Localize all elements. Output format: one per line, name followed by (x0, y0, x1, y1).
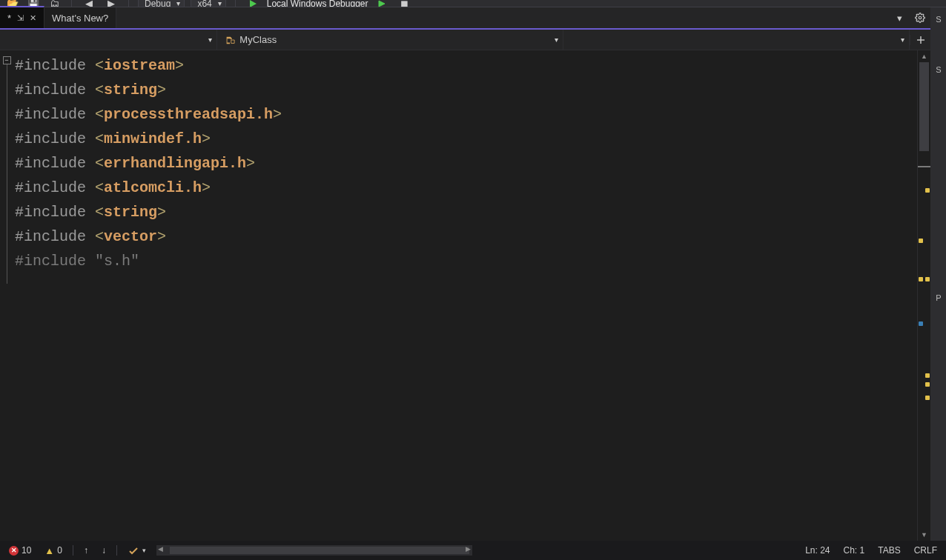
tabs-overflow-icon[interactable]: ▾ (889, 7, 910, 28)
stop-icon[interactable]: ◼ (396, 0, 412, 7)
warning-count[interactable]: ▲ 0 (42, 545, 65, 556)
start-nodebug-icon[interactable] (374, 0, 390, 7)
nav-down-icon[interactable]: ↓ (99, 545, 109, 556)
edit-mark (925, 188, 930, 193)
code-editor[interactable]: − #include <iostream> #include <string> … (0, 50, 930, 541)
tab-active-file[interactable]: * ⇲ ✕ (0, 6, 44, 28)
scroll-thumb[interactable] (919, 62, 929, 151)
warning-icon: ▲ (44, 545, 54, 556)
edit-mark (925, 382, 930, 387)
edit-mark (919, 239, 923, 243)
tool-tab-3[interactable]: P (936, 293, 941, 302)
indent-indicator[interactable]: TABS (875, 545, 903, 556)
svg-point-0 (919, 16, 922, 19)
eol-indicator[interactable]: CRLF (911, 545, 940, 556)
outline-gutter[interactable]: − (0, 50, 13, 541)
main-toolbar: 📂 💾 🗂 ◀ ▶ Debug x64 Local Windows Debugg… (0, 0, 946, 7)
error-icon: ✕ (9, 546, 19, 556)
caret-marker (918, 166, 930, 167)
error-count[interactable]: ✕ 10 (6, 545, 34, 556)
edit-mark (919, 277, 923, 281)
scroll-down-icon[interactable]: ▼ (918, 529, 930, 541)
build-config-combo[interactable]: Debug (138, 0, 185, 7)
nav-up-icon[interactable]: ↑ (81, 545, 91, 556)
navigation-bar: MyClass (0, 30, 930, 50)
right-tool-strip: S S P (931, 7, 946, 541)
class-icon (225, 35, 235, 45)
document-tabs: * ⇲ ✕ What's New? ▾ (0, 7, 930, 30)
platform-combo[interactable]: x64 (191, 0, 225, 7)
tab-whats-new[interactable]: What's New? (44, 7, 116, 28)
tabs-settings-icon[interactable] (910, 7, 930, 28)
status-bar: ✕ 10 ▲ 0 ↑ ↓ ▾ ◀ ▶ Ln: 24 Ch: 1 TABS CRL… (0, 541, 946, 560)
tool-tab-1[interactable]: S (936, 15, 941, 24)
tool-tab-2[interactable]: S (936, 65, 941, 74)
edit-mark (925, 373, 930, 378)
tab-title: * (7, 13, 11, 24)
line-indicator[interactable]: Ln: 24 (802, 545, 833, 556)
tab-title: What's New? (52, 13, 108, 24)
horizontal-scrollbar[interactable]: ◀ ▶ (156, 545, 472, 556)
edit-mark (925, 396, 930, 400)
code-text[interactable]: #include <iostream> #include <string> #i… (13, 50, 917, 541)
member-combo[interactable] (563, 30, 910, 50)
build-status-icon[interactable]: ▾ (125, 544, 149, 556)
edit-mark (925, 277, 930, 281)
close-icon[interactable]: ✕ (30, 13, 36, 23)
start-debug-icon[interactable] (245, 0, 261, 7)
nav-back-icon[interactable]: ◀ (81, 0, 97, 7)
class-label: MyClass (239, 34, 277, 45)
fold-toggle-icon[interactable]: − (3, 56, 11, 64)
class-combo[interactable]: MyClass (217, 30, 563, 50)
pin-icon[interactable]: ⇲ (17, 13, 24, 23)
debug-target-label[interactable]: Local Windows Debugger (267, 0, 368, 7)
nav-fwd-icon[interactable]: ▶ (103, 0, 119, 7)
scroll-up-icon[interactable]: ▲ (918, 50, 930, 62)
split-view-icon[interactable] (910, 35, 930, 45)
save-all-icon[interactable]: 🗂 (46, 0, 62, 7)
column-indicator[interactable]: Ch: 1 (841, 545, 868, 556)
bookmark-mark (919, 321, 923, 326)
scope-combo[interactable] (0, 30, 217, 50)
vertical-scrollbar[interactable]: ▲ ▼ (917, 50, 930, 541)
